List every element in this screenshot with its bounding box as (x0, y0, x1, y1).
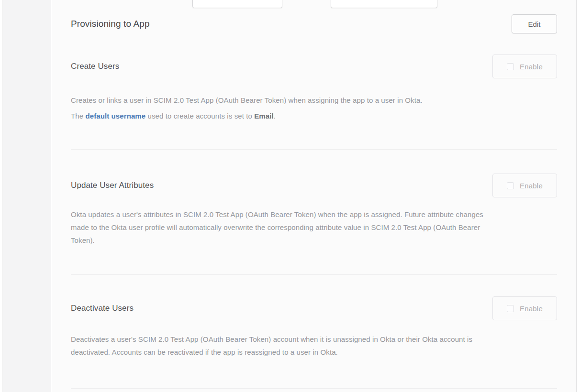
note-prefix: The (71, 112, 85, 120)
create-users-enable-button[interactable]: Enable (492, 54, 557, 78)
cutoff-input-field-right[interactable] (331, 0, 437, 8)
create-users-username-note: The default username used to create acco… (71, 109, 557, 122)
cutoff-input-field-left[interactable] (192, 0, 282, 8)
update-user-attributes-enable-checkbox[interactable] (507, 182, 514, 189)
username-value: Email (254, 112, 274, 120)
provisioning-settings-panel: Provisioning to App Edit Create Users En… (52, 0, 577, 392)
create-users-enable-checkbox[interactable] (507, 63, 514, 70)
create-users-enable-label: Enable (520, 63, 543, 71)
section-divider (71, 388, 557, 389)
update-user-attributes-description: Okta updates a user's attributes in SCIM… (71, 208, 557, 247)
create-users-description: Creates or links a user in SCIM 2.0 Test… (71, 94, 557, 107)
edit-button[interactable]: Edit (512, 14, 557, 33)
deactivate-users-title: Deactivate Users (71, 304, 134, 313)
default-username-link[interactable]: default username (85, 112, 145, 120)
section-divider (71, 274, 557, 275)
left-sidebar-rail (2, 0, 51, 392)
page-title: Provisioning to App (71, 19, 150, 29)
deactivate-users-description: Deactivates a user's SCIM 2.0 Test App (… (71, 333, 557, 359)
provisioning-header: Provisioning to App Edit (71, 0, 557, 33)
update-user-attributes-title: Update User Attributes (71, 181, 154, 190)
deactivate-users-enable-label: Enable (520, 305, 543, 313)
create-users-section-header: Create Users Enable (71, 54, 557, 78)
section-divider (71, 149, 557, 150)
update-user-attributes-section-header: Update User Attributes Enable (71, 174, 557, 197)
create-users-title: Create Users (71, 62, 119, 71)
deactivate-users-enable-checkbox[interactable] (507, 305, 514, 312)
update-user-attributes-enable-label: Enable (520, 182, 543, 190)
deactivate-users-section-header: Deactivate Users Enable (71, 296, 557, 320)
note-suffix: . (274, 112, 276, 120)
deactivate-users-enable-button[interactable]: Enable (492, 296, 557, 320)
note-middle: used to create accounts is set to (145, 112, 254, 120)
update-user-attributes-enable-button[interactable]: Enable (492, 174, 557, 197)
